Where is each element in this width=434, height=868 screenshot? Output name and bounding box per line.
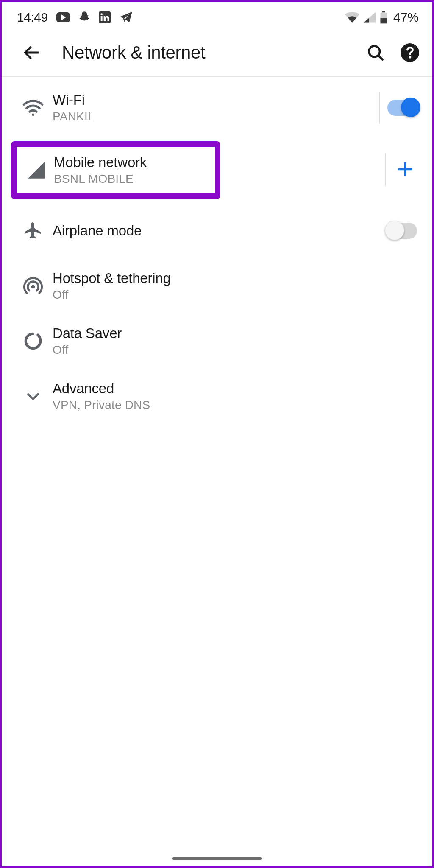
snapchat-icon [78, 11, 90, 24]
add-network-button[interactable] [393, 161, 417, 178]
status-bar: 14:49 47% [2, 2, 432, 31]
advanced-title: Advanced [53, 381, 417, 397]
setting-item-airplane-mode[interactable]: Airplane mode [2, 203, 432, 258]
airplane-toggle[interactable] [387, 223, 417, 239]
back-button[interactable] [19, 40, 44, 65]
hotspot-subtitle: Off [53, 288, 417, 302]
home-indicator[interactable] [172, 857, 262, 860]
setting-item-advanced[interactable]: Advanced VPN, Private DNS [2, 369, 432, 424]
page-title: Network & internet [62, 42, 362, 63]
mobile-title: Mobile network [54, 154, 210, 171]
setting-item-wifi[interactable]: Wi-Fi PANKIL [2, 80, 432, 135]
settings-list: Wi-Fi PANKIL Mobile network BSNL MOBILE [2, 77, 432, 424]
data-saver-subtitle: Off [53, 343, 417, 357]
chevron-down-icon [14, 388, 53, 405]
svg-rect-2 [100, 16, 102, 21]
svg-rect-4 [382, 11, 385, 12]
setting-item-data-saver[interactable]: Data Saver Off [2, 314, 432, 369]
hotspot-title: Hotspot & tethering [53, 270, 417, 286]
help-button[interactable] [400, 43, 420, 62]
status-time: 14:49 [17, 10, 48, 25]
svg-point-3 [100, 13, 103, 15]
divider [379, 92, 380, 124]
wifi-toggle[interactable] [387, 100, 417, 116]
wifi-signal-icon [345, 12, 359, 23]
data-saver-icon [14, 331, 53, 351]
setting-item-mobile-network[interactable]: Mobile network BSNL MOBILE [2, 135, 432, 203]
highlight-box: Mobile network BSNL MOBILE [11, 141, 220, 199]
cellular-signal-icon [364, 12, 376, 23]
airplane-title: Airplane mode [53, 223, 387, 239]
search-button[interactable] [366, 43, 385, 62]
wifi-subtitle: PANKIL [53, 110, 374, 123]
linkedin-icon [99, 11, 111, 23]
divider [385, 153, 386, 185]
advanced-subtitle: VPN, Private DNS [53, 398, 417, 412]
telegram-icon [119, 11, 133, 24]
wifi-icon [14, 99, 53, 116]
setting-item-hotspot[interactable]: Hotspot & tethering Off [2, 258, 432, 314]
mobile-subtitle: BSNL MOBILE [54, 172, 210, 186]
airplane-icon [14, 221, 53, 241]
cellular-icon [19, 161, 54, 179]
app-bar: Network & internet [2, 31, 432, 77]
battery-percentage: 47% [393, 10, 419, 25]
svg-point-12 [32, 113, 34, 116]
data-saver-title: Data Saver [53, 325, 417, 342]
svg-line-9 [378, 56, 383, 60]
svg-point-11 [409, 56, 412, 59]
youtube-icon [56, 12, 70, 22]
battery-icon [380, 11, 387, 24]
svg-rect-6 [380, 18, 387, 23]
wifi-title: Wi-Fi [53, 92, 374, 108]
svg-point-15 [31, 285, 35, 289]
hotspot-icon [14, 276, 53, 296]
